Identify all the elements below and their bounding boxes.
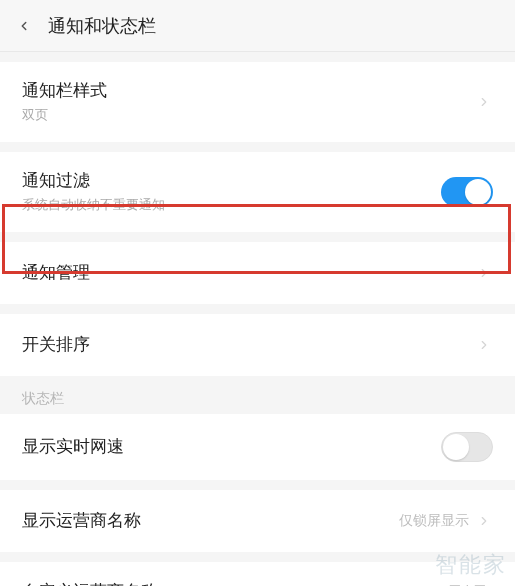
row-title: 开关排序 <box>22 334 475 356</box>
row-switch-order[interactable]: 开关排序 <box>0 314 515 376</box>
row-title: 显示实时网速 <box>22 436 441 458</box>
row-subtitle: 双页 <box>22 106 475 124</box>
row-value: 仅锁屏显示 <box>399 512 469 530</box>
toggle-netspeed[interactable] <box>441 432 493 462</box>
header-bar: 通知和状态栏 <box>0 0 515 52</box>
row-show-carrier[interactable]: 显示运营商名称 仅锁屏显示 <box>0 490 515 552</box>
row-subtitle: 系统自动收纳不重要通知 <box>22 196 441 214</box>
section-header-statusbar: 状态栏 <box>0 376 515 414</box>
chevron-right-icon <box>475 264 493 282</box>
row-notification-manage[interactable]: 通知管理 <box>0 242 515 304</box>
row-custom-carrier[interactable]: 自定义运营商名称 无 | 无 <box>0 562 515 586</box>
row-show-netspeed[interactable]: 显示实时网速 <box>0 414 515 480</box>
row-title: 通知过滤 <box>22 170 441 192</box>
row-notification-style[interactable]: 通知栏样式 双页 <box>0 62 515 142</box>
row-title: 显示运营商名称 <box>22 510 399 532</box>
row-title: 通知管理 <box>22 262 475 284</box>
page-title: 通知和状态栏 <box>48 14 156 38</box>
row-title: 自定义运营商名称 <box>22 581 448 586</box>
row-notification-filter[interactable]: 通知过滤 系统自动收纳不重要通知 <box>0 152 515 232</box>
row-title: 通知栏样式 <box>22 80 475 102</box>
chevron-right-icon <box>475 93 493 111</box>
chevron-right-icon <box>475 512 493 530</box>
back-icon[interactable] <box>12 14 36 38</box>
toggle-notification-filter[interactable] <box>441 177 493 207</box>
chevron-right-icon <box>475 336 493 354</box>
